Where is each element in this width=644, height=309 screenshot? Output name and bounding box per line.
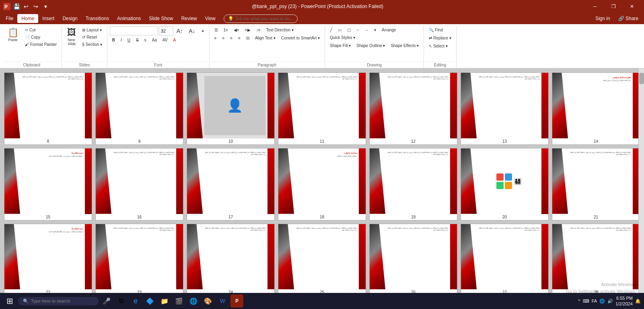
redo-icon[interactable]: ↪	[32, 3, 39, 10]
justify-button[interactable]: ≡	[236, 35, 243, 41]
slide-thumb[interactable]: نظریه ساختار سوچین متن ساختار خانواده و …	[552, 72, 640, 145]
menu-home[interactable]: Home	[17, 14, 38, 23]
scrollbar[interactable]	[638, 68, 644, 298]
slide-thumb[interactable]: ساختار خانواده و ارتباطات بین اعضا خانوا…	[461, 224, 549, 296]
scroll-thumb[interactable]	[639, 73, 644, 84]
slide-thumb[interactable]: ساختار خانواده و ارتباطات بین اعضا خانوا…	[278, 72, 366, 145]
sign-in-button[interactable]: Sign in	[591, 14, 614, 23]
slide-thumb[interactable]: جرده نظام ها محتوای این اسلاید در مورد ج…	[4, 148, 92, 220]
align-right-button[interactable]: ≡	[228, 35, 235, 41]
taskbar-edge-icon[interactable]: e	[129, 295, 142, 307]
numbering-button[interactable]: 1≡	[221, 27, 230, 33]
indent-less-button[interactable]: ◀≡	[231, 27, 242, 33]
new-slide-button[interactable]: 🖼 NewSlide	[64, 27, 79, 47]
powerpoint-icon[interactable]: P	[3, 3, 10, 10]
quick-styles-button[interactable]: Quick Styles ▾	[327, 34, 358, 41]
menu-transitions[interactable]: Transitions	[82, 14, 113, 23]
find-button[interactable]: 🔍 Find	[426, 27, 445, 33]
slide-thumb[interactable]: ساختار خانواده و ارتباطات بین اعضا خانوا…	[369, 224, 457, 296]
shape-fill-button[interactable]: Shape Fill ▾	[327, 42, 353, 49]
line-spacing-button[interactable]: ↕≡	[254, 27, 263, 33]
taskbar-media[interactable]: 🎬	[173, 295, 185, 307]
taskbar-bluetooth[interactable]: 🔷	[144, 295, 156, 307]
volume-icon[interactable]: 🔊	[607, 299, 613, 304]
shape-line[interactable]: ╱	[327, 27, 335, 33]
bold-button[interactable]: B	[110, 37, 117, 43]
font-size-input[interactable]	[159, 27, 173, 35]
align-left-button[interactable]: ≡	[212, 35, 219, 41]
slide-thumb[interactable]: ساختار خانواده و ارتباطات بین اعضا خانوا…	[369, 72, 457, 145]
font-color-button[interactable]: A	[171, 37, 179, 43]
start-button[interactable]: ⊞	[3, 295, 16, 307]
clear-format-button[interactable]: ✦	[199, 28, 207, 35]
cut-button[interactable]: ✂ Cut	[23, 27, 59, 33]
slide-thumb[interactable]: 👤 10	[187, 72, 275, 145]
smartart-button[interactable]: Convert to SmartArt ▾	[279, 35, 322, 41]
tell-me-box[interactable]: 💡 Tell me what you want to do...	[224, 14, 298, 23]
paste-button[interactable]: 📋 Paste	[4, 27, 22, 43]
select-button[interactable]: ↖ Select ▾	[426, 43, 450, 49]
slide-thumb[interactable]: ساختار خانواده و ارتباطات بین اعضا خانوا…	[187, 224, 275, 296]
close-button[interactable]: ✕	[623, 0, 641, 13]
text-direction-button[interactable]: Text Direction ▾	[263, 27, 296, 33]
share-button[interactable]: 🔗 Share	[614, 14, 642, 23]
indent-more-button[interactable]: ≡▶	[243, 27, 253, 33]
search-bar[interactable]: 🔍 Type here to search	[18, 297, 99, 305]
undo-icon[interactable]: ↩	[23, 3, 30, 10]
taskbar-task-view[interactable]: ⧉	[115, 295, 128, 307]
shadow-button[interactable]: s	[142, 37, 149, 43]
network-icon[interactable]: 🌐	[599, 299, 605, 304]
char-spacing-button[interactable]: AV	[160, 37, 170, 43]
section-button[interactable]: § Section ▾	[80, 41, 105, 48]
copy-button[interactable]: 📄 Copy	[23, 34, 59, 41]
menu-file[interactable]: File	[2, 14, 17, 23]
bullets-button[interactable]: ☰	[212, 27, 220, 33]
taskbar-mic-icon[interactable]: 🎤	[100, 295, 113, 307]
notification-icon[interactable]: 🔔	[635, 299, 641, 304]
menu-slideshow[interactable]: Slide Show	[145, 14, 177, 23]
restore-button[interactable]: ❐	[605, 0, 622, 13]
slide-thumb[interactable]: ساختار خانواده و ارتباطات بین اعضا خانوا…	[4, 72, 92, 145]
taskbar-paint[interactable]: 🎨	[202, 295, 214, 307]
menu-insert[interactable]: Insert	[38, 14, 58, 23]
slide-thumb[interactable]: ساختار خانواده و ارتباطات بین اعضا خانوا…	[95, 72, 183, 145]
keyboard-icon[interactable]: ⌨	[583, 299, 589, 304]
menu-animations[interactable]: Animations	[113, 14, 145, 23]
replace-button[interactable]: ⇄ Replace ▾	[426, 35, 453, 41]
align-text-button[interactable]: Align Text ▾	[253, 35, 278, 41]
menu-review[interactable]: Review	[177, 14, 201, 23]
increase-font-button[interactable]: A↑	[174, 27, 185, 35]
taskbar-chrome[interactable]: 🌐	[187, 295, 200, 307]
slide-thumb[interactable]: ساختار خانواده محتوای ساختار خانواده و ت…	[278, 148, 366, 220]
taskbar-folder[interactable]: 📁	[158, 295, 171, 307]
slide-thumb[interactable]: ساختار خانواده و ارتباطات بین اعضا خانوا…	[95, 224, 183, 296]
minimize-button[interactable]: ─	[586, 0, 604, 13]
shape-rect[interactable]: ▭	[335, 27, 344, 33]
format-painter-button[interactable]: 🖌 Format Painter	[23, 41, 59, 48]
layout-button[interactable]: ⊞ Layout ▾	[80, 27, 105, 33]
taskbar-ppt[interactable]: P	[230, 295, 243, 307]
lang-indicator[interactable]: FA	[592, 299, 597, 303]
decrease-font-button[interactable]: A↓	[186, 27, 198, 35]
chevron-up-icon[interactable]: ^	[578, 299, 580, 303]
slide-thumb[interactable]: ساختار خانواده و ارتباطات بین اعضا خانوا…	[95, 148, 183, 220]
underline-button[interactable]: U	[125, 37, 133, 43]
slide-thumb[interactable]: 👨‍👩‍👧‍👦 20	[461, 148, 549, 220]
menu-design[interactable]: Design	[58, 14, 81, 23]
shape-effects-button[interactable]: Shape Effects ▾	[388, 42, 421, 49]
reset-button[interactable]: ↺ Reset	[80, 34, 105, 41]
arrange-button[interactable]: Arrange	[379, 27, 399, 33]
slide-thumb[interactable]: ساختار خانواده و ارتباطات بین اعضا خانوا…	[369, 148, 457, 220]
shape-outline-button[interactable]: Shape Outline ▾	[354, 42, 387, 49]
font-name-input[interactable]	[110, 27, 158, 35]
menu-view[interactable]: View	[201, 14, 220, 23]
italic-button[interactable]: I	[118, 37, 124, 43]
shape-arrow[interactable]: →	[362, 27, 371, 33]
save-icon[interactable]: 💾	[13, 3, 20, 10]
slide-thumb[interactable]: ساختار خانواده و ارتباطات بین اعضا خانوا…	[187, 148, 275, 220]
slide-thumb[interactable]: جرده نظام ها محتوای این اسلاید در مورد ج…	[4, 224, 92, 296]
strikethrough-button[interactable]: S	[134, 37, 141, 43]
slide-thumb[interactable]: ساختار خانواده و ارتباطات بین اعضا خانوا…	[461, 72, 549, 145]
customize-icon[interactable]: ▾	[42, 3, 49, 10]
slide-thumb[interactable]: ساختار خانواده و ارتباطات بین اعضا خانوا…	[552, 224, 640, 296]
